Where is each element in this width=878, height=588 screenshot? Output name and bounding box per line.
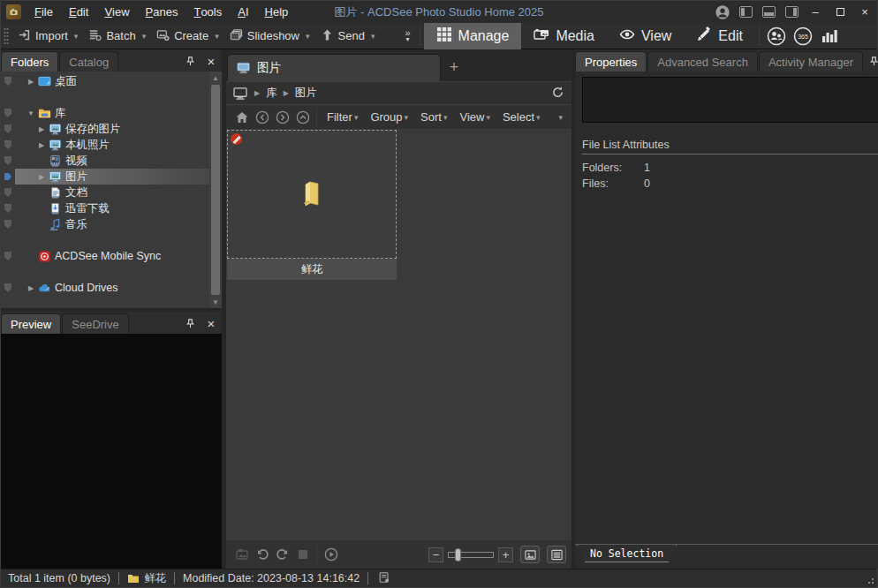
layout-left-pane-icon[interactable] bbox=[734, 1, 757, 23]
log-icon[interactable] bbox=[378, 571, 390, 586]
pin-icon[interactable] bbox=[179, 51, 201, 72]
expander-collapsed-icon[interactable]: ▶ bbox=[26, 78, 36, 86]
mode-manage-button[interactable]: Manage bbox=[424, 23, 522, 49]
zoom-out-button[interactable]: − bbox=[428, 547, 443, 562]
properties-tab-activity-manager[interactable]: Activity Manager bbox=[759, 51, 863, 72]
redo-icon[interactable] bbox=[272, 547, 292, 562]
shield-icon[interactable] bbox=[1, 283, 15, 293]
zoom-in-button[interactable]: + bbox=[498, 547, 513, 562]
tree-item-保存的图片[interactable]: ▶保存的图片 bbox=[1, 121, 209, 137]
pin-icon[interactable] bbox=[864, 51, 878, 72]
tree-item-本机照片[interactable]: ▶本机照片 bbox=[1, 137, 209, 153]
expander-collapsed-icon[interactable]: ▶ bbox=[36, 141, 47, 149]
slideshow-button[interactable]: Slideshow▾ bbox=[224, 25, 315, 48]
folder-thumbnail[interactable] bbox=[227, 130, 397, 259]
properties-tab-properties[interactable]: Properties bbox=[575, 51, 647, 72]
scroll-down-icon[interactable]: ▼ bbox=[212, 296, 219, 308]
forward-icon[interactable] bbox=[272, 110, 292, 124]
mode-edit-button[interactable]: Edit bbox=[684, 23, 755, 49]
menu-file[interactable]: File bbox=[26, 1, 61, 23]
compare-icon[interactable] bbox=[292, 547, 313, 562]
close-panel-icon[interactable]: × bbox=[201, 51, 222, 72]
filelist-menu-select[interactable]: Select▾ bbox=[496, 110, 547, 124]
scroll-thumb[interactable] bbox=[211, 85, 220, 295]
shield-icon[interactable] bbox=[1, 251, 15, 261]
acquire-photos-icon[interactable] bbox=[231, 547, 252, 562]
batch-button[interactable]: Batch▾ bbox=[83, 25, 151, 48]
filelist-menu-group[interactable]: Group▾ bbox=[364, 110, 414, 124]
expander-collapsed-icon[interactable]: ▶ bbox=[36, 173, 47, 181]
close-panel-icon[interactable]: × bbox=[201, 313, 222, 334]
import-button[interactable]: Import▾ bbox=[12, 25, 83, 48]
selection-tab[interactable]: No Selection bbox=[577, 545, 677, 562]
filelist-menu-filter[interactable]: Filter▾ bbox=[321, 110, 364, 124]
file-item-folder[interactable]: 鲜花 bbox=[227, 130, 397, 280]
folder-tree-scrollbar[interactable]: ▲ ▼ bbox=[209, 72, 222, 308]
shield-icon[interactable] bbox=[1, 187, 15, 198]
shield-icon[interactable] bbox=[1, 203, 15, 214]
shield-icon[interactable] bbox=[1, 108, 15, 118]
minimize-button[interactable]: – bbox=[803, 1, 828, 23]
tree-item-迅雷下载[interactable]: 迅雷下载 bbox=[1, 200, 209, 216]
tree-item-文档[interactable]: 文档 bbox=[1, 185, 209, 200]
details-view-button[interactable] bbox=[547, 546, 566, 563]
folders-tab-folders[interactable]: Folders bbox=[1, 51, 58, 72]
account-icon[interactable] bbox=[711, 1, 734, 23]
mode-media-button[interactable]: Media bbox=[521, 23, 607, 49]
close-button[interactable]: × bbox=[852, 1, 877, 23]
expander-collapsed-icon[interactable]: ▶ bbox=[26, 284, 36, 292]
preview-tab-seedrive[interactable]: SeeDrive bbox=[62, 313, 128, 334]
layout-right-pane-icon[interactable] bbox=[780, 1, 803, 23]
toolbar-grip[interactable] bbox=[4, 27, 9, 45]
dashboard-icon[interactable] bbox=[816, 25, 843, 48]
selected-arrow-icon[interactable] bbox=[1, 171, 15, 182]
tree-item-Cloud Drives[interactable]: ▶Cloud Drives bbox=[1, 280, 209, 296]
filelist-menu-view[interactable]: View▾ bbox=[453, 110, 496, 124]
tree-item-音乐[interactable]: 音乐 bbox=[1, 216, 209, 232]
tree-item-库[interactable]: ▼库 bbox=[1, 105, 209, 121]
preview-tab-preview[interactable]: Preview bbox=[1, 313, 61, 334]
toolbar-more-icon[interactable]: ▾ bbox=[558, 113, 566, 122]
layout-bottom-pane-icon[interactable] bbox=[757, 1, 780, 23]
slideshow-play-icon[interactable] bbox=[321, 547, 341, 562]
scroll-up-icon[interactable]: ▲ bbox=[212, 72, 219, 84]
tree-item-图片[interactable]: ▶图片 bbox=[1, 169, 209, 185]
menu-edit[interactable]: Edit bbox=[61, 1, 96, 23]
file-list-area[interactable]: 鲜花 bbox=[226, 129, 571, 540]
menu-ai[interactable]: AI bbox=[230, 1, 256, 23]
refresh-icon[interactable] bbox=[551, 86, 564, 102]
mode-view-button[interactable]: View bbox=[607, 23, 684, 49]
breadcrumb-item[interactable]: 库 bbox=[266, 86, 277, 101]
tree-item-桌面[interactable]: ▶桌面 bbox=[1, 73, 209, 89]
shield-icon[interactable] bbox=[1, 219, 15, 230]
create-button[interactable]: Create▾ bbox=[151, 25, 224, 48]
shield-icon[interactable] bbox=[1, 139, 15, 150]
resize-grip[interactable] bbox=[866, 576, 874, 584]
menu-tools[interactable]: Tools bbox=[185, 1, 230, 23]
up-icon[interactable] bbox=[292, 110, 313, 124]
undo-icon[interactable] bbox=[252, 547, 272, 562]
menu-panes[interactable]: Panes bbox=[138, 1, 186, 23]
tree-item-ACDSee Mobile Sync[interactable]: ACDSee Mobile Sync bbox=[1, 248, 209, 264]
thumbnail-view-button[interactable] bbox=[520, 546, 540, 563]
shield-icon[interactable] bbox=[1, 76, 15, 87]
file-list-tab[interactable]: 图片 bbox=[227, 54, 441, 81]
menu-view[interactable]: View bbox=[96, 1, 137, 23]
thumbnail-size-slider[interactable] bbox=[448, 552, 494, 558]
breadcrumb-item[interactable]: 图片 bbox=[295, 86, 317, 101]
toolbar-overflow-button[interactable]: »▾ bbox=[405, 29, 410, 43]
slider-handle[interactable] bbox=[455, 548, 461, 562]
people-icon[interactable] bbox=[763, 25, 790, 48]
expander-expanded-icon[interactable]: ▼ bbox=[26, 109, 36, 117]
tree-item-视频[interactable]: 视频 bbox=[1, 153, 209, 169]
properties-tab-advanced-search[interactable]: Advanced Search bbox=[647, 51, 758, 72]
new-tab-button[interactable]: + bbox=[441, 54, 467, 81]
back-icon[interactable] bbox=[252, 110, 272, 124]
folders-tab-catalog[interactable]: Catalog bbox=[59, 51, 118, 72]
shield-icon[interactable] bbox=[1, 155, 15, 166]
filelist-menu-sort[interactable]: Sort▾ bbox=[414, 110, 453, 124]
shield-icon[interactable] bbox=[1, 124, 15, 134]
send-button[interactable]: Send▾ bbox=[315, 25, 381, 48]
365-icon[interactable]: 365 bbox=[790, 25, 816, 48]
pin-icon[interactable] bbox=[179, 313, 201, 334]
